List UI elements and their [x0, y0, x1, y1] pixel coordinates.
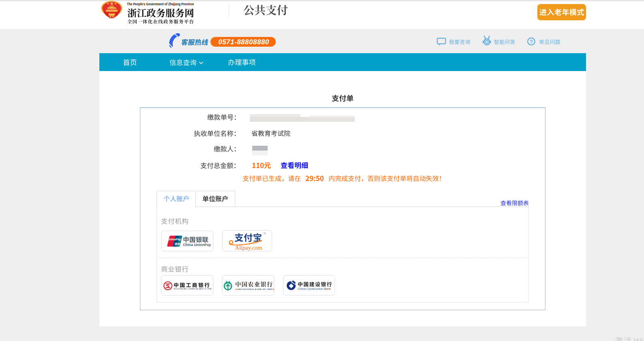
svg-text:?: ? [530, 39, 533, 45]
